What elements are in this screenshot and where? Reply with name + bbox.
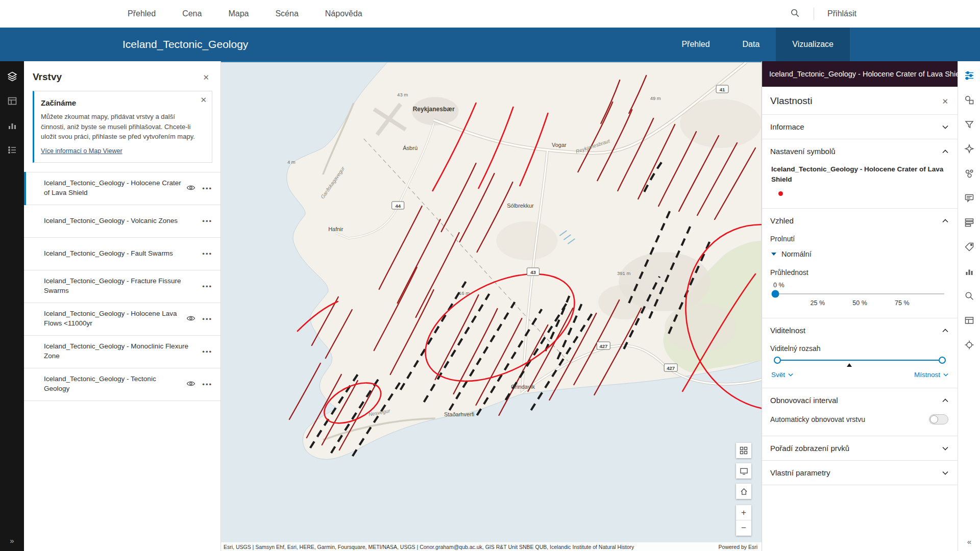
- layer-list: Iceland_Tectonic_Geology - Holocene Crat…: [24, 172, 220, 401]
- blending-select[interactable]: Normální: [770, 248, 813, 260]
- basemap-grid-icon[interactable]: [736, 443, 751, 458]
- range-handle-min[interactable]: [774, 357, 781, 364]
- close-icon[interactable]: ✕: [942, 97, 948, 105]
- nav-map[interactable]: Mapa: [228, 9, 249, 18]
- slider-handle[interactable]: [772, 290, 779, 298]
- tab-overview[interactable]: Přehled: [665, 28, 726, 61]
- chevron-down-icon: [942, 125, 948, 129]
- layer-row[interactable]: Iceland_Tectonic_Geology - Volcanic Zone…: [24, 205, 220, 238]
- nav-pricing[interactable]: Cena: [182, 9, 202, 18]
- visible-range-label: Viditelný rozsah: [770, 344, 949, 353]
- effects-icon[interactable]: [958, 137, 980, 161]
- section-appearance[interactable]: Vzhled: [762, 209, 958, 233]
- layer-row[interactable]: Iceland_Tectonic_Geology - Tectonic Geol…: [24, 368, 220, 401]
- road-shield: 43: [530, 269, 536, 274]
- town-label: Vogar: [552, 142, 567, 148]
- fullscreen-icon[interactable]: [736, 463, 751, 479]
- blending-label: Prolnutí: [770, 235, 949, 243]
- divider: [814, 8, 814, 20]
- layers-icon[interactable]: [0, 64, 24, 89]
- layer-options-icon[interactable]: •••: [202, 217, 212, 225]
- range-min-select[interactable]: Svět: [771, 371, 793, 379]
- layer-options-icon[interactable]: •••: [202, 185, 212, 192]
- nav-scene[interactable]: Scéna: [275, 9, 298, 18]
- layer-options-icon[interactable]: •••: [202, 381, 212, 388]
- search-icon[interactable]: [958, 284, 980, 308]
- range-max-select[interactable]: Místnost: [914, 371, 948, 379]
- tab-data[interactable]: Data: [726, 28, 776, 61]
- zoom-in-icon[interactable]: +: [736, 505, 751, 520]
- layer-name: Iceland_Tectonic_Geology - Fault Swarms: [44, 249, 202, 259]
- expand-panel-icon[interactable]: »: [0, 533, 24, 548]
- chevron-down-icon: [788, 373, 793, 377]
- section-refresh-interval[interactable]: Obnovovací interval: [762, 388, 958, 412]
- properties-title: Vlastnosti: [770, 95, 812, 107]
- home-icon[interactable]: [736, 484, 751, 499]
- labels-icon[interactable]: [958, 235, 980, 259]
- blending-value: Normální: [781, 250, 812, 258]
- layer-name: Iceland_Tectonic_Geology - Holocene Crat…: [44, 179, 186, 198]
- town-label: Staðarhverfi: [444, 411, 474, 417]
- layer-row[interactable]: Iceland_Tectonic_Geology - Fracture Fiss…: [24, 270, 220, 303]
- layer-options-icon[interactable]: •••: [202, 315, 212, 323]
- tab-visualization[interactable]: Vizualizace: [776, 28, 850, 61]
- section-custom-parameters[interactable]: Vlastní parametry: [762, 461, 958, 485]
- close-icon[interactable]: ✕: [203, 73, 209, 81]
- legend-icon[interactable]: [0, 138, 24, 162]
- visible-range-slider[interactable]: [777, 360, 942, 361]
- popups-icon[interactable]: [958, 186, 980, 210]
- sign-in-button[interactable]: Přihlásit: [827, 9, 856, 18]
- collapse-panel-icon[interactable]: «: [958, 535, 980, 548]
- visibility-eye-icon[interactable]: [186, 379, 195, 390]
- layer-options-icon[interactable]: •••: [202, 283, 212, 290]
- tables-icon[interactable]: [0, 89, 24, 113]
- town-label: Grindavík: [511, 384, 535, 390]
- visibility-eye-icon[interactable]: [186, 314, 195, 324]
- aggregation-icon[interactable]: [958, 161, 980, 186]
- layer-row[interactable]: Iceland_Tectonic_Geology - Holocene Lava…: [24, 303, 220, 336]
- properties-icon[interactable]: [958, 63, 980, 88]
- point-symbol-swatch[interactable]: [778, 191, 783, 196]
- section-symbology[interactable]: Nastavení symbolů: [762, 139, 958, 163]
- layer-row[interactable]: Iceland_Tectonic_Geology - Fault Swarms …: [24, 238, 220, 270]
- section-draw-order[interactable]: Pořadí zobrazení prvků: [762, 436, 958, 460]
- charts-icon[interactable]: [958, 259, 980, 284]
- visibility-eye-icon[interactable]: [186, 183, 195, 194]
- getting-started-link[interactable]: Více informací o Map Viewer: [41, 147, 122, 155]
- layer-row[interactable]: Iceland_Tectonic_Geology - Monoclinic Fl…: [24, 336, 220, 368]
- refresh-toggle-switch[interactable]: [929, 414, 948, 424]
- styles-icon[interactable]: [958, 88, 980, 112]
- layer-options-icon[interactable]: •••: [202, 348, 212, 356]
- slider-track[interactable]: [775, 293, 944, 294]
- section-information[interactable]: Informace: [762, 115, 958, 139]
- layer-name: Iceland_Tectonic_Geology - Holocene Lava…: [44, 309, 186, 329]
- layer-row[interactable]: Iceland_Tectonic_Geology - Holocene Crat…: [24, 172, 220, 205]
- appearance-content: Prolnutí Normální Průhlednost 0 % 25 % 5…: [762, 235, 958, 318]
- map-canvas[interactable]: 41 44 43 427 427 Reykjanesbær Vogar Ásbr…: [221, 62, 762, 551]
- filter-icon[interactable]: [958, 112, 980, 137]
- section-visibility[interactable]: Viditelnost: [762, 318, 958, 342]
- top-navigation: Přehled Cena Mapa Scéna Nápověda Přihlás…: [0, 0, 980, 28]
- transparency-label: Průhlednost: [770, 268, 949, 277]
- search-icon[interactable]: [790, 8, 800, 20]
- chevron-up-icon: [942, 149, 948, 154]
- map-attribution: Esri, USGS | Samsyn Ehf, Esri, HERE, Gar…: [221, 542, 762, 551]
- getting-started-card: Začínáme Můžete zkoumat mapy, přidávat v…: [33, 91, 212, 163]
- transparency-value: 0 %: [773, 282, 949, 289]
- section-label: Obnovovací interval: [770, 396, 838, 405]
- close-icon[interactable]: ✕: [200, 96, 207, 104]
- charts-icon[interactable]: [0, 113, 24, 138]
- range-handle-max[interactable]: [939, 357, 946, 364]
- fields-icon[interactable]: [958, 210, 980, 235]
- crosshair-icon[interactable]: [958, 333, 980, 357]
- table-icon[interactable]: [958, 308, 980, 333]
- zoom-controls: + −: [736, 505, 751, 536]
- nav-help[interactable]: Nápověda: [325, 9, 362, 18]
- layer-options-icon[interactable]: •••: [202, 250, 212, 258]
- map-view[interactable]: 41 44 43 427 427 Reykjanesbær Vogar Ásbr…: [221, 61, 762, 551]
- nav-overview[interactable]: Přehled: [128, 9, 156, 18]
- section-label: Informace: [770, 122, 804, 131]
- zoom-out-icon[interactable]: −: [736, 520, 751, 536]
- section-label: Vzhled: [770, 216, 794, 225]
- chevron-down-icon: [942, 471, 948, 475]
